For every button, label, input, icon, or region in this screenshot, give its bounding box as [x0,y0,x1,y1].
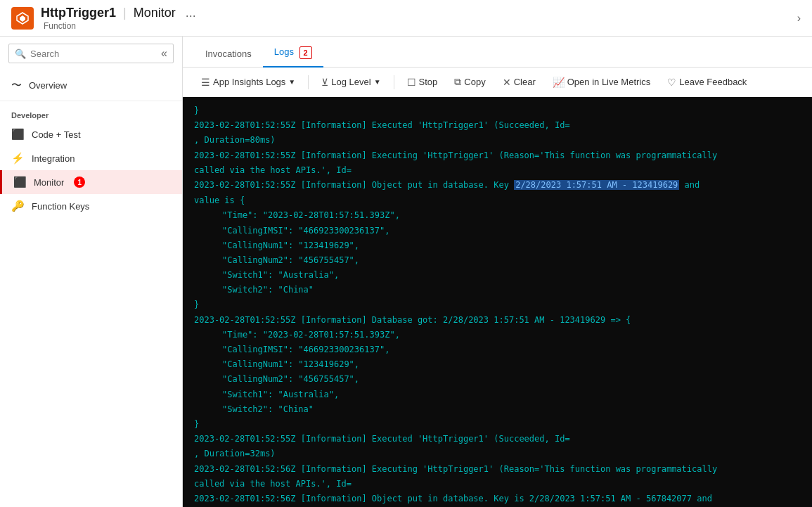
sidebar-item-overview[interactable]: 〜 Overview [0,73,182,98]
log-line: 2023-02-28T01:52:56Z [Information] Execu… [194,463,801,476]
search-box[interactable]: 🔍 « [8,44,174,63]
log-line: "CallingIMSI": "466923300236137", [194,224,801,238]
copy-label: Copy [464,77,485,87]
sidebar-item-monitor[interactable]: ⬛ Monitor 1 [0,170,182,194]
log-line: 2023-02-28T01:52:55Z [Information] Execu… [194,432,801,446]
log-line: "CallingNum2": "456755457", [194,373,801,386]
main-layout: 🔍 « 〜 Overview Developer ⬛ Code + Test ⚡… [0,37,812,507]
sidebar-item-integration[interactable]: ⚡ Integration [0,146,182,170]
top-header: HttpTrigger1 | Monitor ... Function › [0,0,812,37]
sidebar-item-overview-label: Overview [29,80,67,91]
clear-button[interactable]: ✕ Clear [496,74,543,91]
search-input[interactable] [30,49,157,59]
open-metrics-button[interactable]: 📈 Open in Live Metrics [546,74,658,91]
log-line: , Duration=32ms) [194,447,801,461]
log-line: 2023-02-28T01:52:55Z [Information] Datab… [194,314,801,327]
sidebar-item-function-keys-label: Function Keys [32,201,89,212]
feedback-button[interactable]: ♡ Leave Feedback [660,74,754,91]
log-line: 2023-02-28T01:52:55Z [Information] Execu… [194,149,801,162]
log-line: value is { [194,194,801,207]
integration-icon: ⚡ [11,152,25,165]
log-line: "CallingNum1": "123419629", [194,358,801,371]
log-line: , Duration=80ms) [194,134,801,147]
tab-invocations-label: Invocations [205,49,252,59]
app-insights-icon: ☰ [201,77,210,88]
toolbar: ☰ App Insights Logs ▼ ⊻ Log Level ▼ ☐ St… [183,68,812,97]
log-line: "Switch2": "China" [194,403,801,416]
overview-icon: 〜 [11,79,22,92]
sidebar-item-code-test-label: Code + Test [32,129,81,140]
clear-label: Clear [514,77,536,87]
sidebar-item-integration-label: Integration [32,153,75,164]
log-line: } [194,104,801,117]
log-line: "Switch1": "Australia", [194,269,801,282]
app-insights-label: App Insights Logs [213,77,285,87]
sidebar-item-monitor-label: Monitor [34,177,64,188]
filter-icon: ⊻ [321,77,328,88]
logs-badge: 2 [299,46,312,59]
sidebar-nav: 〜 Overview Developer ⬛ Code + Test ⚡ Int… [0,70,182,221]
log-line: "Time": "2023-02-28T01:57:51.393Z", [194,209,801,222]
log-level-label: Log Level [331,77,370,87]
tabs-bar: Invocations Logs 2 [183,37,812,68]
toolbar-divider-1 [308,75,309,89]
monitor-icon: ⬛ [13,176,27,188]
sidebar-item-function-keys[interactable]: 🔑 Function Keys [0,194,182,218]
log-line: "Switch2": "China" [194,283,801,297]
log-level-dropdown-icon: ▼ [374,78,381,86]
log-line: } [194,298,801,312]
log-line: called via the host APIs.', Id= [194,477,801,491]
nav-divider [0,101,182,101]
log-line: 2023-02-28T01:52:56Z [Information] Objec… [194,492,801,506]
log-line: "CallingNum2": "456755457", [194,254,801,267]
monitor-badge: 1 [74,177,85,188]
svg-marker-1 [20,15,25,22]
content-area: Invocations Logs 2 ☰ App Insights Logs ▼… [183,37,812,507]
log-line: "Switch1": "Australia", [194,388,801,402]
log-level-button[interactable]: ⊻ Log Level ▼ [314,74,387,91]
toolbar-divider-2 [394,75,394,89]
log-line: } [194,418,801,431]
copy-icon: ⧉ [454,76,461,88]
expand-icon[interactable]: › [797,12,801,25]
function-label: Function [44,21,76,31]
header-separator: | [123,6,127,20]
log-line: "CallingIMSI": "466923300236137", [194,343,801,357]
stop-label: Stop [419,77,438,87]
sidebar-item-code-test[interactable]: ⬛ Code + Test [0,122,182,146]
search-icon: 🔍 [15,49,26,59]
feedback-label: Leave Feedback [679,77,747,87]
tab-invocations[interactable]: Invocations [194,41,263,68]
stop-icon: ☐ [407,77,416,88]
collapse-sidebar-button[interactable]: « [161,47,167,60]
log-line: called via the host APIs.', Id= [194,164,801,177]
app-insights-button[interactable]: ☰ App Insights Logs ▼ [194,74,302,91]
sidebar: 🔍 « 〜 Overview Developer ⬛ Code + Test ⚡… [0,37,183,507]
developer-section-label: Developer [0,104,182,122]
metrics-icon: 📈 [553,77,565,88]
code-test-icon: ⬛ [11,128,25,141]
log-area[interactable]: }2023-02-28T01:52:55Z [Information] Exec… [183,97,812,507]
log-line: 2023-02-28T01:52:55Z [Information] Execu… [194,119,801,132]
log-line: "CallingNum1": "123419629", [194,239,801,252]
app-icon [11,7,34,30]
log-line: 2023-02-28T01:52:55Z [Information] Objec… [194,179,801,193]
app-insights-dropdown-icon: ▼ [288,78,295,86]
open-metrics-label: Open in Live Metrics [567,77,651,87]
function-keys-icon: 🔑 [11,200,25,212]
stop-button[interactable]: ☐ Stop [400,74,445,91]
copy-button[interactable]: ⧉ Copy [447,73,492,91]
page-title: Monitor [134,6,176,20]
app-function-name: HttpTrigger1 [41,6,116,20]
clear-icon: ✕ [503,77,511,88]
tab-logs[interactable]: Logs 2 [263,39,323,68]
log-line: "Time": "2023-02-28T01:57:51.393Z", [194,328,801,342]
more-options-icon[interactable]: ... [186,6,196,20]
feedback-icon: ♡ [667,77,676,88]
tab-logs-label: Logs [274,46,294,57]
